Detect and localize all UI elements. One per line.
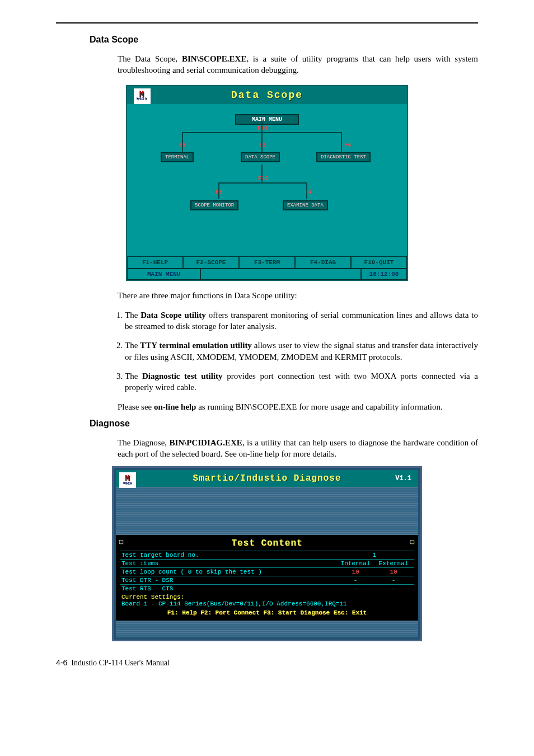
after-shot-text: There are three major functions in Data … <box>118 290 478 301</box>
diag-version: V1.1 <box>395 475 411 482</box>
logo-m-glyph: M <box>125 476 130 482</box>
diag-label: Test items <box>121 560 336 567</box>
diag-bg-pattern-bottom <box>116 621 418 637</box>
text: The <box>125 311 140 320</box>
diag-value: - <box>336 577 374 584</box>
diag-col-header: Internal <box>336 560 374 567</box>
text: The Data Scope, <box>118 54 182 63</box>
diag-label: Test loop count ( 0 to skip the test ) <box>121 569 336 575</box>
text: as running BIN\SCOPE.EXE for more usage … <box>196 402 442 411</box>
diag-row-loop-count: Test loop count ( 0 to skip the test ) 1… <box>120 567 414 576</box>
ds-connector <box>182 132 183 152</box>
manual-title: Industio CP-114 User's Manual <box>71 659 170 667</box>
ds-label-f4: F4 <box>344 142 351 148</box>
diag-panel-title: Test Content <box>120 538 414 548</box>
data-scope-screenshot: M MOXA Data Scope MAIN MENU F10 F3 F2 F4… <box>126 85 408 281</box>
ds-status-mainmenu: MAIN MENU <box>127 269 200 280</box>
diag-test-content-panel: Test Content Test target board no. 1 Tes… <box>116 535 418 621</box>
ds-status-row: MAIN MENU 18:12:08 <box>127 269 407 280</box>
ds-connector <box>218 182 307 184</box>
diag-value: - <box>374 585 413 592</box>
ds-connector <box>261 165 263 182</box>
online-help-note: Please see on-line help as running BIN\S… <box>118 401 478 412</box>
data-scope-intro: The Data Scope, BIN\SCOPE.EXE, is a suit… <box>118 53 478 76</box>
page-footer: 4-6 Industio CP-114 User's Manual <box>56 658 478 668</box>
text: Please see <box>118 402 154 411</box>
diag-row-dtr-dsr: Test DTR - DSR - - <box>120 576 414 584</box>
list-item: The Diagnostic test utility provides por… <box>125 370 478 393</box>
diag-row-rts-cts: Test RTS - CTS - - <box>120 584 414 593</box>
ds-connector <box>218 182 219 199</box>
ds-button-term[interactable]: F3-TERM <box>239 256 295 269</box>
diag-current-settings: Current Settings: Board 1 - CP-114 Serie… <box>120 593 414 607</box>
diag-title-bar: M MOXA Smartio/Industio Diagnose V1.1 <box>116 470 418 487</box>
diag-value-internal[interactable]: 10 <box>336 569 374 575</box>
ds-label-f2: F2 <box>259 142 266 148</box>
diag-label: Test DTR - DSR <box>121 577 336 584</box>
ds-connector <box>306 182 307 199</box>
ds-button-help[interactable]: F1-HELP <box>127 256 183 269</box>
ds-button-quit[interactable]: F10-QUIT <box>351 256 407 269</box>
filename-pcidiag-exe: BIN\PCIDIAG.EXE <box>169 438 242 447</box>
heading-diagnose: Diagnose <box>90 419 478 429</box>
ds-node-scope-monitor: SCOPE MONITOR <box>190 200 238 210</box>
ds-title: Data Scope <box>231 90 303 101</box>
diag-title: Smartio/Industio Diagnose <box>193 473 341 483</box>
data-scope-functions-list: The Data Scope utility offers transparen… <box>109 309 478 393</box>
diag-col-header: External <box>374 560 413 567</box>
ds-connector <box>261 120 263 132</box>
logo-moxa-text: MOXA <box>137 98 148 100</box>
diag-value: - <box>336 585 374 592</box>
ds-node-terminal: TERMINAL <box>161 152 194 162</box>
ds-button-row: F1-HELP F2-SCOPE F3-TERM F4-DIAG F10-QUI… <box>127 256 407 269</box>
text: The Diagnose, <box>118 438 169 447</box>
ds-title-bar: M MOXA Data Scope <box>127 86 407 104</box>
diag-current-settings-label: Current Settings: <box>121 594 184 600</box>
ds-diagram-area: MAIN MENU F10 F3 F2 F4 F20 F3 F4 TERMINA… <box>127 104 407 256</box>
diag-value: - <box>374 577 413 584</box>
heading-data-scope: Data Scope <box>90 35 478 45</box>
ds-node-diag-test: DIAGNOSTIC TEST <box>316 152 371 162</box>
text: The <box>125 372 142 381</box>
moxa-logo-icon: M MOXA <box>119 472 136 488</box>
bold-term: Data Scope utility <box>140 311 206 320</box>
list-item: The Data Scope utility offers transparen… <box>125 309 478 332</box>
ds-label-f10: F10 <box>257 125 268 132</box>
text: The <box>125 341 140 350</box>
list-item: The TTY terminal emulation utility allow… <box>125 340 478 363</box>
ds-status-time: 18:12:08 <box>361 269 407 280</box>
diag-value: 1 <box>336 552 413 558</box>
logo-moxa-text: MOXA <box>123 482 132 485</box>
diagnose-intro: The Diagnose, BIN\PCIDIAG.EXE, is a util… <box>118 437 478 460</box>
ds-label-f20: F20 <box>258 176 268 182</box>
ds-main-menu-box: MAIN MENU <box>235 114 299 125</box>
ds-button-diag[interactable]: F4-DIAG <box>295 256 351 269</box>
ds-node-data-scope: DATA SCOPE <box>241 152 280 162</box>
diag-value-external[interactable]: 10 <box>374 569 413 575</box>
diag-row-test-items: Test items Internal External <box>120 559 414 567</box>
bold-term: TTY terminal emulation utility <box>140 341 252 350</box>
diag-row-board-no: Test target board no. 1 <box>120 551 414 559</box>
diag-help-line: F1: Help F2: Port Connect F3: Start Diag… <box>120 609 414 616</box>
bold-term: Diagnostic test utility <box>142 372 223 381</box>
ds-node-examine-data: EXAMINE DATA <box>283 200 328 210</box>
diag-bg-pattern <box>116 487 418 535</box>
top-rule <box>56 22 478 24</box>
ds-connector <box>261 132 263 152</box>
ds-button-scope[interactable]: F2-SCOPE <box>183 256 239 269</box>
diag-label: Test RTS - CTS <box>121 585 336 592</box>
diagnose-screenshot: M MOXA Smartio/Industio Diagnose V1.1 Te… <box>112 466 422 641</box>
bold-term: on-line help <box>154 402 196 411</box>
diag-label: Test target board no. <box>121 552 336 558</box>
moxa-logo-icon: M MOXA <box>134 88 151 104</box>
filename-scope-exe: BIN\SCOPE.EXE <box>182 54 246 63</box>
diag-board-line: Board 1 - CP-114 Series(Bus/Dev=0/11),I/… <box>121 600 347 607</box>
ds-status-gap <box>200 269 361 280</box>
page-number: 4-6 <box>56 658 67 667</box>
ds-connector <box>341 132 342 152</box>
